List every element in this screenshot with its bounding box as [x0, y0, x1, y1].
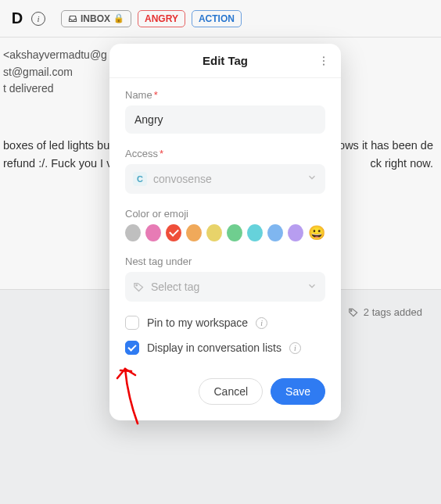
name-input[interactable]: [125, 105, 325, 134]
color-swatch-7[interactable]: [267, 224, 283, 241]
info-icon[interactable]: i: [256, 317, 267, 329]
name-label: Name: [125, 89, 152, 101]
save-button[interactable]: Save: [271, 378, 325, 405]
nest-section: Nest tag under Select tag: [125, 256, 325, 302]
nest-placeholder: Select tag: [151, 281, 199, 293]
color-swatches: 😀: [125, 224, 325, 241]
pin-label: Pin to my workspace: [147, 316, 248, 329]
color-swatch-4[interactable]: [206, 224, 222, 241]
svg-point-3: [323, 64, 324, 66]
svg-point-1: [323, 56, 324, 58]
cancel-button[interactable]: Cancel: [199, 378, 263, 405]
name-section: Name*: [125, 89, 325, 134]
nest-label: Nest tag under: [125, 256, 192, 267]
display-checkbox[interactable]: [125, 341, 139, 355]
access-select[interactable]: C convosense: [125, 164, 325, 194]
modal-title: Edit Tag: [203, 54, 248, 67]
workspace-badge: C: [133, 172, 147, 186]
pin-checkbox[interactable]: [125, 316, 139, 330]
color-swatch-5[interactable]: [227, 224, 242, 241]
pin-row: Pin to my workspace i: [125, 316, 325, 330]
required-star: *: [154, 89, 158, 101]
color-label: Color or emoji: [125, 208, 188, 220]
chevron-down-icon: [307, 172, 317, 186]
tag-icon: [133, 281, 145, 293]
kebab-menu-icon[interactable]: [314, 52, 333, 70]
emoji-swatch[interactable]: 😀: [308, 224, 325, 241]
color-swatch-0[interactable]: [125, 224, 141, 241]
edit-tag-modal: Edit Tag Name* Access* C convosense Colo…: [109, 44, 341, 420]
color-swatch-6[interactable]: [247, 224, 263, 241]
display-row: Display in conversation lists i: [125, 341, 325, 355]
access-value: convosense: [153, 173, 212, 185]
access-label: Access: [125, 148, 158, 159]
color-swatch-1[interactable]: [145, 224, 161, 241]
nest-select[interactable]: Select tag: [125, 272, 325, 302]
chevron-down-icon: [307, 281, 317, 294]
color-swatch-3[interactable]: [186, 224, 202, 241]
required-star: *: [160, 148, 163, 159]
color-swatch-2[interactable]: [166, 224, 181, 241]
display-label: Display in conversation lists: [147, 341, 281, 354]
svg-point-4: [136, 284, 138, 286]
color-swatch-8[interactable]: [288, 224, 303, 241]
svg-point-2: [323, 60, 324, 62]
color-section: Color or emoji 😀: [125, 208, 325, 241]
access-section: Access* C convosense: [125, 148, 325, 194]
info-icon[interactable]: i: [289, 342, 301, 354]
